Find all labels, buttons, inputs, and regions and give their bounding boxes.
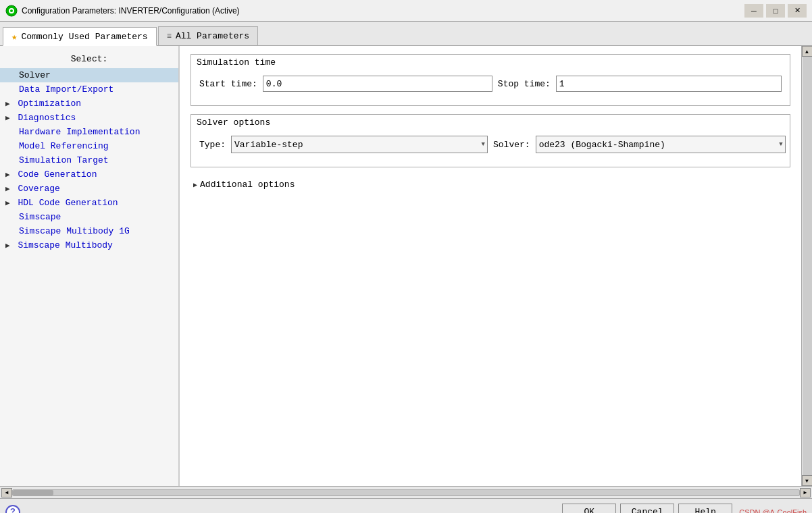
arrow-icon-coverage: ▶ [5,184,10,193]
additional-options-row[interactable]: ▶ Additional options [191,176,790,191]
stop-time-label: Stop time: [498,79,551,89]
sidebar-item-model-ref[interactable]: Model Referencing [0,139,178,153]
sidebar-item-solver-label: Solver [19,70,51,80]
scroll-track-horizontal[interactable] [12,489,800,496]
stop-time-input[interactable] [556,76,782,92]
title-bar: Configuration Parameters: INVERTER/Confi… [0,0,812,22]
arrow-icon-simscape-multi: ▶ [5,241,10,250]
tab-commonly-used-label: Commonly Used Parameters [21,32,147,42]
sidebar-item-coverage[interactable]: ▶ Coverage [0,182,178,196]
sidebar-item-code-gen[interactable]: ▶ Code Generation [0,167,178,182]
sidebar-item-hardware-impl[interactable]: Hardware Implementation [0,125,178,139]
bottom-bar: ? OK Cancel Help CSDN @A-CoolFish [0,498,812,513]
start-time-input[interactable] [263,76,492,92]
simulation-time-body: Start time: Stop time: [191,70,790,105]
sidebar-item-simscape-multi-1g-label: Simscape Multibody 1G [19,226,130,236]
arrow-icon-diagnostics: ▶ [5,113,10,122]
arrow-icon-code-gen: ▶ [5,170,10,179]
star-icon: ★ [11,31,17,43]
horizontal-scroll-area: ◀ ▶ [0,486,812,498]
arrow-icon-hdl-code-gen: ▶ [5,198,10,207]
scroll-right-button[interactable]: ▶ [800,488,811,497]
sidebar-item-data-import-export[interactable]: Data Import/Export [0,82,178,97]
type-label: Type: [199,140,226,150]
sidebar-item-simscape-label: Simscape [19,212,61,222]
minimize-button[interactable]: ─ [744,4,763,18]
app-icon [5,5,18,17]
close-button[interactable]: ✕ [788,4,807,18]
svg-point-2 [10,9,13,12]
solver-select-wrapper: ode23 (Bogacki-Shampine) ode45 (Dormand-… [536,136,786,153]
lines-icon: ≡ [167,32,172,41]
sidebar-item-coverage-label: Coverage [18,184,59,194]
sidebar-item-diagnostics-label: Diagnostics [18,113,76,123]
scroll-track-right[interactable] [803,57,812,475]
simulation-time-section: Simulation time Start time: Stop time: [191,54,790,106]
sidebar-item-sim-target-label: Simulation Target [19,155,109,165]
sidebar-item-simscape-multi-1g[interactable]: Simscape Multibody 1G [0,224,178,238]
sidebar-item-simscape-multi-label: Simscape Multibody [18,240,112,250]
scroll-up-button[interactable]: ▲ [802,46,813,57]
simulation-time-header: Simulation time [191,55,790,70]
sidebar-item-model-ref-label: Model Referencing [19,141,109,151]
right-scrollbar: ▲ ▼ [801,46,812,486]
additional-options-label: Additional options [200,180,295,190]
solver-select[interactable]: ode23 (Bogacki-Shampine) ode45 (Dormand-… [536,136,786,153]
simulation-time-row: Start time: Stop time: [199,76,782,92]
sidebar-item-diagnostics[interactable]: ▶ Diagnostics [0,111,178,125]
main-layout: Select: Solver Data Import/Export ▶ Opti… [0,46,812,486]
sidebar-item-data-import-export-label: Data Import/Export [19,84,113,94]
type-select[interactable]: Variable-step Fixed-step [231,136,488,153]
watermark: CSDN @A-CoolFish [739,508,807,514]
tab-all-parameters-label: All Parameters [176,31,249,41]
sidebar-item-simscape[interactable]: Simscape [0,210,178,224]
solver-label: Solver: [493,140,530,150]
ok-button[interactable]: OK [562,504,616,514]
title-bar-controls: ─ □ ✕ [744,4,807,18]
solver-options-section: Solver options Type: Variable-step Fixed… [191,114,790,167]
sidebar-item-hdl-code-gen-label: HDL Code Generation [18,198,118,208]
sidebar-item-hardware-impl-label: Hardware Implementation [19,127,140,137]
sidebar-item-optimization-label: Optimization [18,99,81,109]
sidebar: Select: Solver Data Import/Export ▶ Opti… [0,46,179,486]
scroll-thumb-horizontal [13,490,53,495]
bottom-right: OK Cancel Help CSDN @A-CoolFish [562,504,807,514]
maximize-button[interactable]: □ [766,4,785,18]
sidebar-item-code-gen-label: Code Generation [18,169,97,180]
cancel-button[interactable]: Cancel [620,504,674,514]
sidebar-item-optimization[interactable]: ▶ Optimization [0,97,178,111]
help-button[interactable]: Help [678,504,732,514]
tab-all-parameters[interactable]: ≡ All Parameters [158,26,258,45]
arrow-icon-optimization: ▶ [5,99,10,108]
title-bar-left: Configuration Parameters: INVERTER/Confi… [5,5,240,17]
sidebar-item-sim-target[interactable]: Simulation Target [0,153,178,167]
bottom-left: ? [5,505,20,514]
solver-type-row: Type: Variable-step Fixed-step Solver: o… [199,136,782,153]
start-time-label: Start time: [199,79,257,89]
solver-options-body: Type: Variable-step Fixed-step Solver: o… [191,130,790,167]
content-area: Simulation time Start time: Stop time: S… [179,46,801,486]
expand-arrow-icon: ▶ [193,181,197,189]
sidebar-item-hdl-code-gen[interactable]: ▶ HDL Code Generation [0,196,178,210]
scroll-down-button[interactable]: ▼ [802,475,813,486]
sidebar-item-simscape-multi[interactable]: ▶ Simscape Multibody [0,238,178,252]
type-select-wrapper: Variable-step Fixed-step [231,136,488,153]
tabs-bar: ★ Commonly Used Parameters ≡ All Paramet… [0,22,812,46]
window-title: Configuration Parameters: INVERTER/Confi… [22,6,240,16]
sidebar-select-label: Select: [0,51,178,68]
scroll-left-button[interactable]: ◀ [1,488,12,497]
tab-commonly-used[interactable]: ★ Commonly Used Parameters [3,27,157,46]
sidebar-item-solver[interactable]: Solver [0,68,178,82]
solver-options-header: Solver options [191,115,790,130]
help-icon[interactable]: ? [5,505,20,514]
